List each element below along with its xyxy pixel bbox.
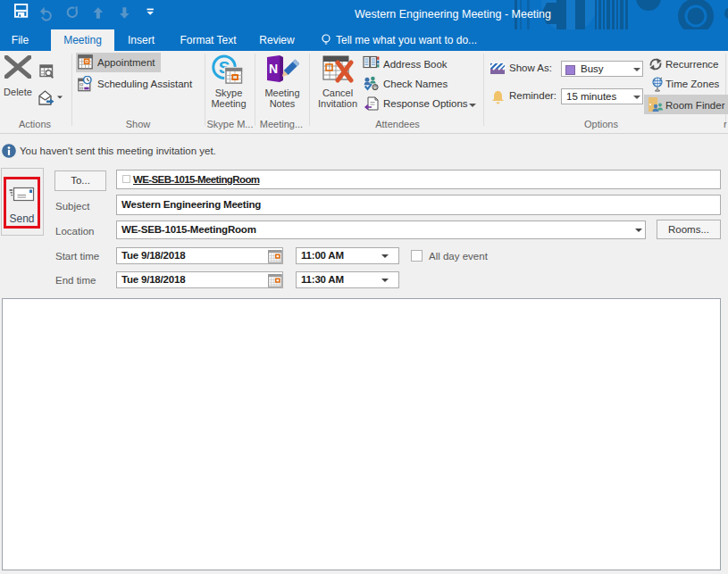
svg-text:@: @ — [372, 84, 379, 90]
svg-text:N: N — [269, 62, 278, 76]
